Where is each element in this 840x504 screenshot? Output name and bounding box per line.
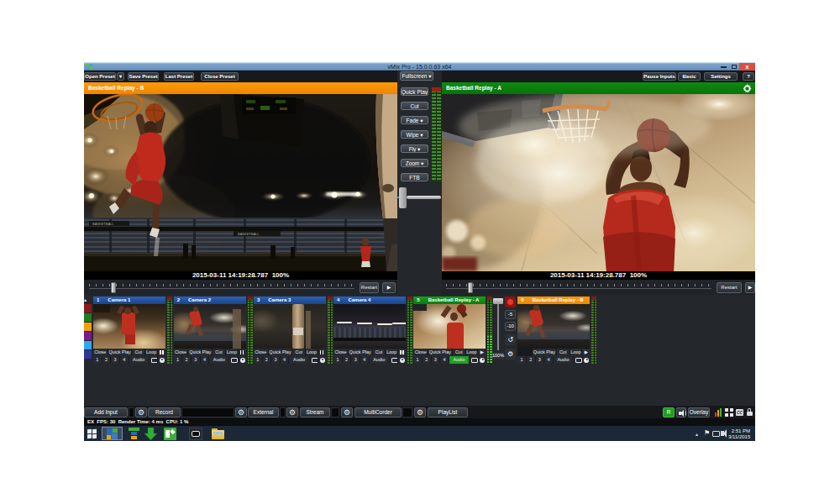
svg-text:BASKETBALL: BASKETBALL (238, 232, 260, 236)
svg-text:BASKETBALL: BASKETBALL (92, 222, 114, 226)
